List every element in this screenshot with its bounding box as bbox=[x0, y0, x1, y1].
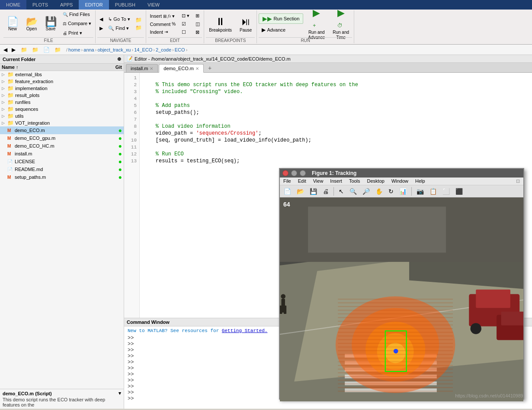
edit-btn-1[interactable]: ⊡ ▾ bbox=[179, 12, 192, 19]
edit-btn-3[interactable]: ☐ bbox=[179, 29, 192, 36]
save-button[interactable]: 💾 Save bbox=[42, 10, 60, 37]
list-item[interactable]: ▷ 📁 utils bbox=[0, 113, 124, 119]
fig-tool-data[interactable]: 📊 bbox=[397, 187, 409, 196]
folder-nav-2[interactable]: 📁 bbox=[133, 24, 144, 32]
tab-publish[interactable]: PUBLISH bbox=[109, 0, 141, 10]
figure-menu-file[interactable]: File bbox=[282, 178, 293, 184]
tab-plots[interactable]: PLOTS bbox=[26, 0, 54, 10]
tab-demo-eco[interactable]: demo_ECO.m ✕ bbox=[159, 64, 204, 73]
find-button[interactable]: 🔍 Find ▾ bbox=[106, 25, 132, 32]
tab-editor[interactable]: EDITOR bbox=[79, 0, 109, 10]
list-item[interactable]: ▷ M demo_ECO.m ● bbox=[0, 126, 124, 134]
folder-nav-1[interactable]: 📁 bbox=[133, 16, 144, 24]
insert-button[interactable]: Insert ⊞ 𝑓𝑥 ▾ bbox=[148, 13, 178, 20]
fig-tool-open[interactable]: 📂 bbox=[295, 187, 306, 196]
edit-group-label: EDIT bbox=[148, 37, 202, 43]
figure-minimize-button[interactable] bbox=[291, 170, 297, 176]
list-item[interactable]: ▷ 📁 feature_extraction bbox=[0, 78, 124, 85]
list-item[interactable]: ▷ 📄 README.md ● bbox=[0, 165, 124, 173]
fig-tool-zoom-in[interactable]: 🔍 bbox=[347, 187, 359, 196]
run-time-button[interactable]: ▶⏱ Run andTime bbox=[330, 10, 352, 37]
fig-tool-legend[interactable]: 📋 bbox=[427, 187, 439, 196]
breadcrumb-eco2[interactable]: ECO bbox=[175, 47, 185, 52]
breadcrumb-anna[interactable]: anna bbox=[83, 47, 94, 52]
fig-tool-zoom-out[interactable]: 🔎 bbox=[360, 187, 372, 196]
find-files-button[interactable]: 🔍 Find Files bbox=[61, 11, 93, 18]
list-item[interactable]: ▷ 📁 implementation bbox=[0, 85, 124, 92]
pause-button[interactable]: ⏯ Pause bbox=[237, 10, 255, 37]
breadcrumb-project[interactable]: object_track_xu bbox=[97, 47, 131, 52]
fig-tool-save[interactable]: 💾 bbox=[308, 187, 319, 196]
list-item[interactable]: ▷ 📁 VOT_integration bbox=[0, 119, 124, 126]
breakpoints-button[interactable]: ⏸ Breakpoints bbox=[206, 10, 235, 37]
expand-icon: ▷ bbox=[2, 175, 6, 179]
bottom-info: demo_ECO.m (Script) ▾ This demo script r… bbox=[0, 389, 124, 409]
comment-button[interactable]: Comment % bbox=[148, 21, 178, 28]
list-item[interactable]: ▷ 📁 runfiles bbox=[0, 99, 124, 106]
list-item[interactable]: ▷ 📁 sequences bbox=[0, 106, 124, 113]
fig-tool-rotate[interactable]: ↻ bbox=[386, 187, 396, 196]
figure-menu-window[interactable]: Window bbox=[390, 178, 410, 184]
run-section-button[interactable]: ▶▶ Run Section bbox=[259, 13, 303, 24]
list-item[interactable]: ▷ M install.m ● bbox=[0, 150, 124, 158]
getting-started-link[interactable]: Getting Started. bbox=[222, 328, 268, 333]
tab-install[interactable]: install.m ✕ bbox=[126, 64, 158, 72]
fig-tool-cursor[interactable]: ↖ bbox=[337, 187, 346, 196]
breadcrumb-eco[interactable]: 14_ECO bbox=[134, 47, 152, 52]
figure-maximize-button[interactable] bbox=[300, 170, 306, 176]
fig-tool-colorbar[interactable]: 📷 bbox=[414, 187, 426, 196]
figure-menu-insert[interactable]: Insert bbox=[328, 178, 344, 184]
forward-button[interactable]: ▶ bbox=[10, 46, 17, 54]
sidebar-expand-icon[interactable]: ⊕ bbox=[117, 56, 121, 62]
tab-view[interactable]: VIEW bbox=[141, 0, 166, 10]
edit-btn-4[interactable]: ⊞ bbox=[193, 12, 202, 19]
tab-home[interactable]: HOME bbox=[0, 0, 26, 10]
figure-menu-help[interactable]: Help bbox=[413, 178, 427, 184]
edit-btn-6[interactable]: ⊠ bbox=[193, 29, 202, 36]
list-item[interactable]: ▷ 📁 external_libs bbox=[0, 71, 124, 78]
tab-close-icon[interactable]: ✕ bbox=[150, 66, 153, 71]
new-button[interactable]: 📄 New bbox=[3, 10, 22, 37]
figure-menu-edit[interactable]: Edit bbox=[296, 178, 308, 184]
folder-btn-3[interactable]: 📄 bbox=[42, 46, 51, 54]
svg-rect-31 bbox=[338, 310, 453, 310]
breadcrumb-home[interactable]: home bbox=[68, 47, 80, 52]
add-tab-button[interactable]: + bbox=[205, 64, 215, 72]
navigate-back-button[interactable]: ◀ bbox=[97, 16, 105, 23]
open-button[interactable]: 📂 Open bbox=[22, 10, 41, 37]
fig-tool-print[interactable]: 🖨 bbox=[320, 187, 331, 196]
figure-close-button[interactable] bbox=[282, 170, 288, 176]
print-button[interactable]: 🖨 Print ▾ bbox=[61, 29, 93, 37]
run-advance-button[interactable]: ▶+ Run andAdvance bbox=[305, 10, 328, 37]
figure-menu-tools[interactable]: Tools bbox=[347, 178, 362, 184]
compare-button[interactable]: ⚖ Compare ▾ bbox=[61, 20, 93, 27]
goto-button[interactable]: ↳ Go To ▾ bbox=[106, 16, 132, 23]
list-item[interactable]: ▷ M demo_ECO_gpu.m ● bbox=[0, 134, 124, 142]
fig-tool-subplot1[interactable]: ⬜ bbox=[440, 187, 452, 196]
navigate-forward-button[interactable]: ▶ bbox=[97, 25, 105, 32]
list-item[interactable]: ▷ M demo_ECO_HC.m ● bbox=[0, 142, 124, 150]
back-button[interactable]: ◀ bbox=[2, 46, 9, 54]
fig-tool-pan[interactable]: ✋ bbox=[373, 187, 385, 196]
advance-button[interactable]: ▶ Advance bbox=[259, 26, 303, 34]
folder-up-button[interactable]: 📁 bbox=[19, 46, 29, 54]
fig-tool-subplot2[interactable]: ⬛ bbox=[453, 187, 465, 196]
tab-close-icon[interactable]: ✕ bbox=[195, 66, 199, 71]
collapse-icon[interactable]: ▾ bbox=[119, 391, 121, 396]
list-item[interactable]: ▷ 📄 LICENSE ● bbox=[0, 158, 124, 165]
figure-menu-desktop[interactable]: Desktop bbox=[365, 178, 386, 184]
fig-tool-new[interactable]: 📄 bbox=[282, 187, 293, 196]
edit-btn-5[interactable]: ◫ bbox=[193, 20, 202, 28]
tab-apps[interactable]: APPS bbox=[54, 0, 79, 10]
indent-button[interactable]: Indent ⇥ bbox=[148, 29, 178, 36]
breadcrumb-code[interactable]: 2_code bbox=[156, 47, 171, 52]
list-item[interactable]: ▷ M setup_paths.m ● bbox=[0, 173, 124, 181]
edit-btn-2[interactable]: ☑ bbox=[179, 20, 192, 28]
folder-btn-2[interactable]: 📁 bbox=[30, 46, 40, 54]
folder-btn-4[interactable]: 📁 bbox=[53, 46, 63, 54]
col-git[interactable]: Git bbox=[106, 64, 124, 71]
col-name[interactable]: Name ↑ bbox=[0, 64, 106, 71]
figure-menu-view[interactable]: View bbox=[311, 178, 325, 184]
list-item[interactable]: ▷ 📁 result_plots bbox=[0, 92, 124, 99]
figure-expand-icon[interactable]: ⊡ bbox=[514, 178, 522, 184]
